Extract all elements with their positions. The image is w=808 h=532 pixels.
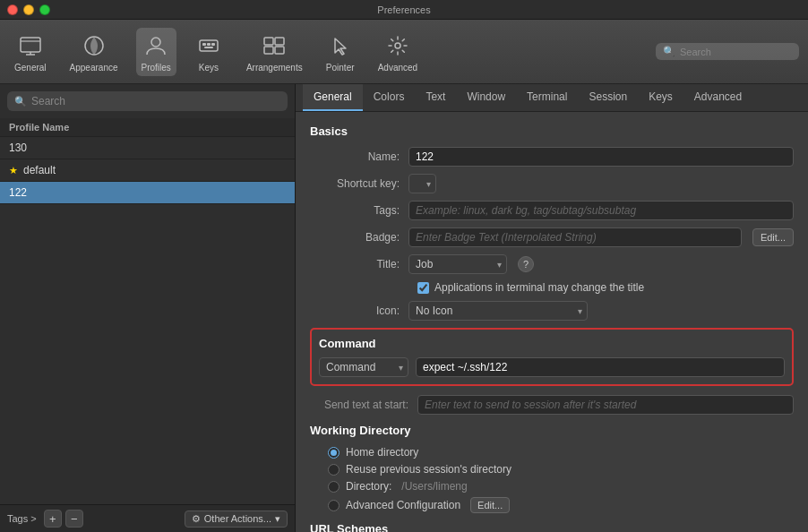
sidebar-bottom-bar: Tags > + − ⚙ Other Actions... ▾ <box>0 504 295 532</box>
profile-list: Profile Name 130 ★ default 122 <box>0 118 295 504</box>
tags-form-label: Tags: <box>310 204 408 217</box>
svg-rect-12 <box>275 38 284 45</box>
tab-general[interactable]: General <box>303 84 363 111</box>
svg-rect-11 <box>264 38 273 45</box>
tab-terminal[interactable]: Terminal <box>516 84 578 111</box>
main-layout: 🔍 Profile Name 130 ★ default 122 Tags > … <box>0 84 808 532</box>
tab-session[interactable]: Session <box>578 84 638 111</box>
minimize-button[interactable] <box>23 4 34 15</box>
profile-row-default[interactable]: ★ default <box>0 159 295 182</box>
toolbar-item-keys[interactable]: Keys <box>189 28 228 76</box>
chevron-down-icon: ▾ <box>275 513 280 525</box>
svg-rect-13 <box>264 47 273 54</box>
radio-reuse-dot[interactable] <box>328 464 340 476</box>
profile-name-122: 122 <box>9 186 27 199</box>
keys-icon <box>194 31 223 60</box>
icon-select[interactable]: No Icon <box>408 301 588 321</box>
pointer-icon <box>326 31 355 60</box>
radio-home: Home directory <box>328 446 794 459</box>
other-actions-button[interactable]: ⚙ Other Actions... ▾ <box>185 511 288 528</box>
radio-directory-dot[interactable] <box>328 481 340 493</box>
title-bar: Preferences <box>0 0 808 20</box>
toolbar-label-profiles: Profiles <box>142 63 171 73</box>
radio-advanced-dot[interactable] <box>328 500 340 511</box>
profile-name-default: default <box>23 164 56 176</box>
toolbar: General Appearance Profiles <box>0 20 808 84</box>
shortcut-select[interactable] <box>408 174 436 193</box>
shortcut-label: Shortcut key: <box>310 177 408 190</box>
svg-point-5 <box>151 38 160 47</box>
directory-path: /Users/limeng <box>401 480 467 493</box>
advanced-config-edit-button[interactable]: Edit... <box>470 497 510 513</box>
profile-name-130: 130 <box>9 142 27 154</box>
working-dir-title: Working Directory <box>310 424 794 437</box>
tags-input[interactable] <box>408 201 794 220</box>
tags-control <box>408 201 794 220</box>
toolbar-item-general[interactable]: General <box>9 28 52 76</box>
profile-row-122[interactable]: 122 <box>0 182 295 204</box>
title-control: Job Name Session Name None ? <box>408 254 794 274</box>
radio-reuse: Reuse previous session's directory <box>328 463 794 476</box>
tags-label[interactable]: Tags > <box>7 513 37 524</box>
badge-label: Badge: <box>310 231 408 244</box>
appearance-icon <box>80 31 108 60</box>
toolbar-item-arrangements[interactable]: Arrangements <box>241 28 308 76</box>
close-button[interactable] <box>7 4 18 15</box>
svg-rect-0 <box>21 38 40 52</box>
command-title: Command <box>319 337 785 350</box>
toolbar-item-profiles[interactable]: Profiles <box>136 28 176 76</box>
toolbar-label-advanced: Advanced <box>378 63 417 73</box>
toolbar-search-input[interactable] <box>680 47 792 57</box>
profile-row-130[interactable]: 130 <box>0 137 295 159</box>
icon-row: Icon: No Icon <box>310 301 794 321</box>
shortcut-row: Shortcut key: <box>310 174 794 193</box>
content-pane: General Colors Text Window Terminal Sess… <box>296 84 808 532</box>
icon-control: No Icon <box>408 301 794 321</box>
url-schemes-title: URL Schemes <box>310 522 794 532</box>
toolbar-item-advanced[interactable]: Advanced <box>373 28 423 76</box>
other-actions-label: Other Actions... <box>204 513 271 524</box>
toolbar-label-general: General <box>14 63 47 73</box>
tab-window[interactable]: Window <box>456 84 516 111</box>
toolbar-items: General Appearance Profiles <box>9 28 423 76</box>
radio-directory: Directory: /Users/limeng <box>328 480 794 493</box>
title-checkbox-row: Applications in terminal may change the … <box>310 281 794 294</box>
command-row: Command Login Shell Custom Shell <box>319 357 785 377</box>
shortcut-control <box>408 174 794 193</box>
tab-advanced[interactable]: Advanced <box>683 84 752 111</box>
toolbar-search[interactable]: 🔍 <box>656 43 799 60</box>
tab-text[interactable]: Text <box>415 84 456 111</box>
toolbar-item-pointer[interactable]: Pointer <box>321 28 360 76</box>
tab-keys[interactable]: Keys <box>638 84 683 111</box>
tags-row: Tags: <box>310 201 794 220</box>
maximize-button[interactable] <box>39 4 50 15</box>
toolbar-label-arrangements: Arrangements <box>246 63 303 73</box>
gear-icon: ⚙ <box>192 513 201 525</box>
command-section: Command Command Login Shell Custom Shell <box>310 328 794 386</box>
badge-edit-button[interactable]: Edit... <box>752 228 794 246</box>
title-select[interactable]: Job Name Session Name None <box>408 254 507 274</box>
toolbar-item-appearance[interactable]: Appearance <box>64 28 124 76</box>
title-checkbox-label: Applications in terminal may change the … <box>434 281 644 294</box>
search-icon: 🔍 <box>663 46 675 57</box>
name-input[interactable] <box>408 147 794 167</box>
radio-home-label: Home directory <box>346 446 418 459</box>
tab-colors[interactable]: Colors <box>363 84 416 111</box>
command-type-select[interactable]: Command Login Shell Custom Shell <box>319 357 408 377</box>
send-text-label: Send text at start: <box>310 399 417 411</box>
sidebar-search-icon: 🔍 <box>14 96 27 107</box>
radio-home-dot[interactable] <box>328 447 340 459</box>
send-text-input[interactable] <box>417 395 794 415</box>
badge-input[interactable] <box>408 227 742 247</box>
add-profile-button[interactable]: + <box>44 510 62 528</box>
svg-rect-7 <box>202 43 206 46</box>
sidebar-search-bar[interactable]: 🔍 <box>7 91 288 111</box>
title-help-button[interactable]: ? <box>518 256 534 272</box>
command-input[interactable] <box>416 357 785 377</box>
radio-reuse-label: Reuse previous session's directory <box>346 463 511 476</box>
title-checkbox[interactable] <box>417 282 429 294</box>
sidebar-search-input[interactable] <box>31 95 280 107</box>
toolbar-label-appearance: Appearance <box>70 63 118 73</box>
content-body: Basics Name: Shortcut key: T <box>296 112 808 532</box>
remove-profile-button[interactable]: − <box>65 510 83 528</box>
